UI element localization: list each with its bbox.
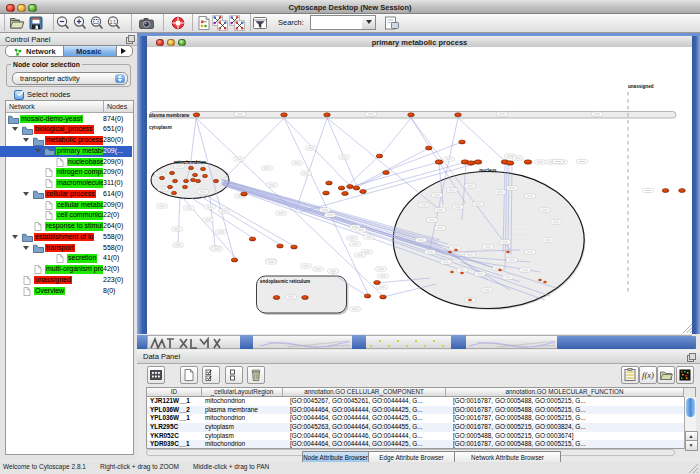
- svg-text:endoplasmic reticulum: endoplasmic reticulum: [260, 279, 310, 284]
- svg-text:nucleus: nucleus: [479, 168, 497, 173]
- svg-text:plasma membrane: plasma membrane: [149, 113, 190, 118]
- svg-text:f(x): f(x): [642, 370, 654, 380]
- svg-text:unassigned: unassigned: [628, 84, 654, 89]
- svg-text:cytoplasm: cytoplasm: [149, 125, 172, 130]
